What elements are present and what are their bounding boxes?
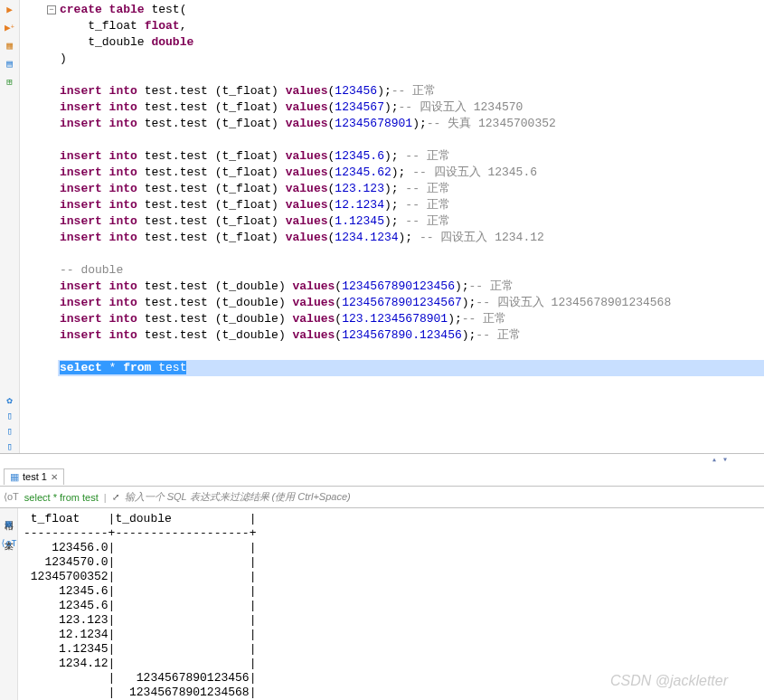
text-mode-label[interactable]: 文本 <box>3 532 15 535</box>
table-icon: ▦ <box>10 471 19 483</box>
collapse-bar[interactable]: ▴ ▾ <box>0 454 764 467</box>
doc2-icon[interactable]: ▯ <box>3 425 17 437</box>
editor-pane: ▶ ▶+ ▦ ▤ ⊞ − create table test( t_float … <box>0 0 764 454</box>
grid-mode-label[interactable]: 网格 <box>3 512 15 516</box>
plan-icon[interactable]: ▤ <box>3 56 17 71</box>
expand-icon[interactable]: ⤢ <box>112 492 119 502</box>
editor-left-toolbar: ▶ ▶+ ▦ ▤ ⊞ <box>0 0 20 453</box>
results-pane: ▴ ▾ ▦ test 1 ✕ ⟨oT select * from test | … <box>0 454 764 700</box>
execute-plus-icon[interactable]: ▶+ <box>3 20 17 34</box>
query-text: select * from test <box>24 492 99 503</box>
text-icon[interactable]: ⟨oT <box>3 537 15 550</box>
grid-icon[interactable]: ▦ <box>3 517 15 530</box>
settings-icon[interactable]: ✿ <box>3 394 17 406</box>
result-tab[interactable]: ▦ test 1 ✕ <box>4 468 64 485</box>
execute-icon[interactable]: ▶ <box>3 2 17 16</box>
doc1-icon[interactable]: ▯ <box>3 410 17 421</box>
result-tab-bar: ▦ test 1 ✕ <box>0 467 764 487</box>
result-side-toolbar: 网格 ▦ 文本 ⟨oT <box>0 508 18 700</box>
sql-editor[interactable]: − create table test( t_float float, t_do… <box>20 0 764 453</box>
filter-input[interactable]: 输入一个 SQL 表达式来过滤结果 (使用 Ctrl+Space) <box>125 490 764 504</box>
doc3-icon[interactable]: ▯ <box>3 440 17 452</box>
new-script-icon[interactable]: ⊞ <box>3 74 17 89</box>
explain-icon[interactable]: ▦ <box>3 38 17 52</box>
editor-left-toolbar-bottom: ✿ ▯ ▯ ▯ <box>0 389 20 452</box>
result-area: 网格 ▦ 文本 ⟨oT t_float |t_double | --------… <box>0 508 764 700</box>
query-filter-bar: ⟨oT select * from test | ⤢ 输入一个 SQL 表达式来… <box>0 487 764 508</box>
fold-marker-icon[interactable]: − <box>47 5 56 14</box>
close-icon[interactable]: ✕ <box>51 472 58 482</box>
result-text[interactable]: t_float |t_double | ------------+-------… <box>18 508 764 700</box>
sql-label-icon: ⟨oT <box>2 491 19 503</box>
code-content[interactable]: create table test( t_float float, t_doub… <box>20 2 764 376</box>
tab-label: test 1 <box>23 471 47 482</box>
